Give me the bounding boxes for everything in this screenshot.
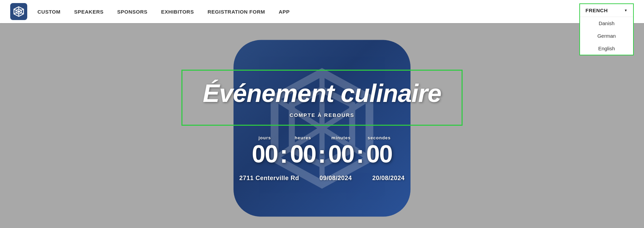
nav-link-custom[interactable]: CUSTOM xyxy=(37,9,61,15)
event-end-date: 20/08/2024 xyxy=(372,175,405,182)
navbar: CUSTOMSPEAKERSSPONSORSEXHIBITORSREGISTRA… xyxy=(0,0,644,23)
nav-links: CUSTOMSPEAKERSSPONSORSEXHIBITORSREGISTRA… xyxy=(37,9,634,15)
countdown-value-heures: 00 xyxy=(290,142,316,166)
countdown-separator-1: : xyxy=(316,135,328,166)
title-box: Événement culinaire COMPTE À REBOURS xyxy=(181,70,463,126)
language-current-label: FRENCH xyxy=(585,7,608,13)
nav-link-app[interactable]: APP xyxy=(279,9,290,15)
countdown-unit-heures: heures00 xyxy=(290,135,316,166)
nav-logo[interactable] xyxy=(10,3,27,20)
countdown-separator-2: : xyxy=(354,135,366,166)
countdown-label-secondes: secondes xyxy=(368,135,391,140)
nav-link-speakers[interactable]: SPEAKERS xyxy=(74,9,104,15)
countdown-label-heures: heures xyxy=(295,135,311,140)
countdown-units: jours00:heures00:minutes00:secondes00 xyxy=(252,135,392,166)
language-dropdown[interactable]: FRENCH ▼ DanishGermanEnglish xyxy=(579,3,634,55)
logo-icon xyxy=(13,5,25,18)
event-title: Événement culinaire xyxy=(203,81,441,106)
countdown-separator-0: : xyxy=(278,135,290,166)
event-info: 2711 Centerville Rd 09/08/2024 20/08/202… xyxy=(239,175,405,182)
language-option-danish[interactable]: Danish xyxy=(580,17,633,30)
countdown-value-minutes: 00 xyxy=(328,142,354,166)
countdown-value-secondes: 00 xyxy=(366,142,392,166)
nav-link-registration-form[interactable]: REGISTRATION FORM xyxy=(208,9,265,15)
nav-link-exhibitors[interactable]: EXHIBITORS xyxy=(161,9,194,15)
countdown-unit-secondes: secondes00 xyxy=(366,135,392,166)
nav-link-sponsors[interactable]: SPONSORS xyxy=(117,9,147,15)
language-current-button[interactable]: FRENCH ▼ xyxy=(580,4,633,17)
countdown-section: jours00:heures00:minutes00:secondes00 xyxy=(252,135,392,166)
language-option-german[interactable]: German xyxy=(580,30,633,42)
countdown-label-minutes: minutes xyxy=(332,135,351,140)
event-start-date: 09/08/2024 xyxy=(320,175,352,182)
countdown-unit-minutes: minutes00 xyxy=(328,135,354,166)
countdown-value-jours: 00 xyxy=(252,142,278,166)
language-dropdown-box: FRENCH ▼ DanishGermanEnglish xyxy=(579,3,634,55)
dropdown-arrow-icon: ▼ xyxy=(624,8,628,12)
event-location: 2711 Centerville Rd xyxy=(239,175,299,182)
countdown-label: COMPTE À REBOURS xyxy=(203,112,441,118)
language-option-english[interactable]: English xyxy=(580,42,633,55)
countdown-unit-jours: jours00 xyxy=(252,135,278,166)
hero-content: Événement culinaire COMPTE À REBOURS jou… xyxy=(0,23,644,228)
countdown-label-jours: jours xyxy=(258,135,271,140)
